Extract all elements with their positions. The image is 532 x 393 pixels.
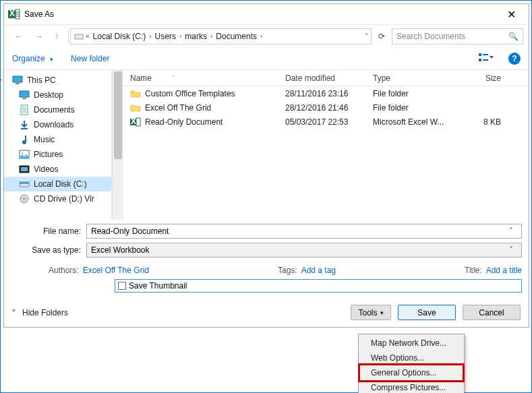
title-label: Title: [465, 266, 482, 275]
menu-item[interactable]: General Options... [360, 365, 463, 380]
svg-rect-11 [13, 76, 22, 82]
forward-button[interactable]: → [30, 28, 49, 44]
chevron-right-icon: › [149, 32, 151, 40]
chevron-right-icon: › [210, 32, 212, 40]
monitor-icon [12, 75, 23, 86]
excel-icon: X [8, 8, 20, 20]
new-folder-button[interactable]: New folder [71, 54, 109, 63]
save-button[interactable]: Save [398, 305, 456, 320]
search-icon: 🔍 [508, 32, 519, 41]
save-as-dialog: X Save As ✕ ← → ↑ « Local Disk (C:) › Us… [3, 3, 529, 328]
authors-label: Authors: [49, 266, 79, 275]
svg-rect-31 [136, 118, 140, 126]
folder-icon [130, 102, 141, 113]
filename-label: File name: [11, 226, 86, 236]
tree-item-download[interactable]: Downloads [4, 117, 111, 132]
excel-icon: X [130, 117, 141, 127]
file-row[interactable]: Excel Off The Grid28/12/2016 21:46File f… [123, 100, 529, 115]
col-size[interactable]: Size [467, 73, 508, 83]
title-value[interactable]: Add a title [486, 266, 522, 275]
view-options-button[interactable] [477, 52, 495, 65]
nav-row: ← → ↑ « Local Disk (C:) › Users › marks … [4, 24, 529, 47]
tools-button[interactable]: Tools▾ [351, 305, 391, 320]
disk-icon [19, 179, 30, 189]
chevron-down-icon[interactable]: ˅ [505, 245, 517, 255]
breadcrumb-seg[interactable]: Documents [214, 32, 259, 41]
chevron-down-icon[interactable]: ˅ [505, 226, 517, 236]
authors-value[interactable]: Excel Off The Grid [83, 266, 149, 275]
menu-item[interactable]: Compress Pictures... [360, 380, 463, 393]
organize-button[interactable]: Organize ▾ [12, 54, 53, 63]
breadcrumb-seg[interactable]: Users [153, 32, 178, 41]
tree-item-pictures[interactable]: Pictures [4, 147, 111, 162]
svg-point-22 [22, 152, 24, 154]
column-headers[interactable]: Name˄ Date modified Type Size [123, 70, 529, 86]
form-area: File name: Read-Only Document ˅ Save as … [4, 220, 529, 295]
help-button[interactable]: ? [508, 53, 521, 65]
saveas-type-select[interactable]: Excel Workbook ˅ [86, 243, 522, 258]
back-button[interactable]: ← [9, 28, 28, 44]
chevron-right-icon: › [260, 32, 262, 40]
tree-item-videos[interactable]: Videos [4, 162, 111, 177]
tree-scrollbar[interactable] [112, 70, 123, 220]
svg-rect-13 [20, 91, 29, 97]
search-input[interactable]: Search Documents 🔍 [392, 28, 523, 44]
breadcrumb-seg[interactable]: marks [183, 32, 209, 41]
refresh-button[interactable]: ⟳ [373, 28, 390, 44]
download-icon [19, 119, 30, 130]
tree-item-doc[interactable]: Documents [4, 102, 111, 117]
tree-item-disk[interactable]: Local Disk (C:) [4, 177, 111, 191]
tags-label: Tags: [278, 266, 297, 275]
saveas-type-label: Save as type: [11, 245, 86, 255]
breadcrumb[interactable]: « Local Disk (C:) › Users › marks › Docu… [70, 28, 372, 44]
file-row[interactable]: XRead-Only Document05/03/2017 22:53Micro… [123, 115, 529, 129]
pictures-icon [19, 149, 30, 160]
chevron-right-icon: « [86, 32, 90, 40]
svg-point-20 [22, 140, 26, 144]
chevron-down-icon: ▾ [0, 77, 2, 84]
svg-rect-14 [22, 98, 26, 99]
menu-item[interactable]: Map Network Drive... [360, 336, 463, 351]
close-button[interactable]: ✕ [498, 8, 525, 21]
doc-icon [19, 104, 30, 115]
menu-item[interactable]: Web Options... [360, 351, 463, 365]
tools-menu: Map Network Drive...Web Options...Genera… [358, 334, 465, 393]
desktop-icon [19, 90, 30, 100]
file-list: Name˄ Date modified Type Size Custom Off… [123, 70, 529, 220]
tree-this-pc[interactable]: ▾ This PC [4, 73, 111, 88]
titlebar: X Save As ✕ [4, 4, 529, 24]
chevron-down-icon[interactable]: ˅ [365, 32, 368, 40]
tree-item-music[interactable]: Music [4, 132, 111, 147]
col-name[interactable]: Name [130, 73, 152, 83]
svg-text:X: X [9, 9, 15, 18]
svg-rect-8 [479, 59, 481, 61]
nav-tree: ▾ This PC DesktopDocumentsDownloadsMusic… [4, 70, 112, 220]
cancel-button[interactable]: Cancel [463, 305, 521, 320]
chevron-down-icon: ▾ [380, 309, 384, 316]
chevron-right-icon: › [179, 32, 181, 40]
hide-folders-button[interactable]: Hide Folders [22, 308, 68, 318]
svg-text:X: X [131, 117, 136, 126]
svg-rect-12 [16, 83, 20, 84]
toolbar: Organize ▾ New folder ? [4, 47, 529, 70]
footer: ˅ Hide Folders Tools▾ Save Cancel [4, 295, 529, 327]
breadcrumb-seg[interactable]: Local Disk (C:) [91, 32, 148, 41]
col-type[interactable]: Type [373, 73, 467, 83]
tags-value[interactable]: Add a tag [301, 266, 336, 275]
svg-rect-7 [479, 53, 481, 56]
up-button[interactable]: ↑ [50, 28, 69, 44]
filename-input[interactable]: Read-Only Document ˅ [86, 224, 522, 239]
dialog-title: Save As [24, 9, 498, 19]
tree-item-cd[interactable]: CD Drive (D:) Vir [4, 191, 111, 206]
file-row[interactable]: Custom Office Templates28/11/2016 23:16F… [123, 86, 529, 100]
svg-point-28 [24, 198, 26, 200]
col-date[interactable]: Date modified [285, 73, 373, 83]
chevron-down-icon: ˅ [12, 309, 16, 316]
sort-asc-icon: ˄ [172, 75, 175, 82]
tree-item-desktop[interactable]: Desktop [4, 88, 111, 102]
svg-rect-24 [21, 167, 28, 171]
svg-rect-6 [75, 34, 83, 39]
save-thumbnail-checkbox[interactable]: Save Thumbnail [115, 279, 522, 293]
videos-icon [19, 164, 30, 175]
svg-rect-26 [20, 182, 29, 184]
